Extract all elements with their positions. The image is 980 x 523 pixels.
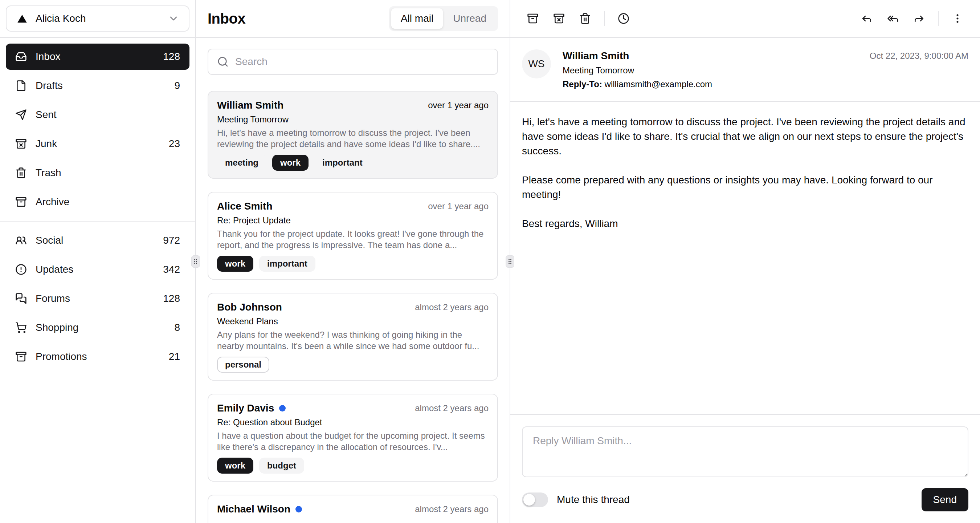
- account-switcher-row: Alicia Koch: [0, 0, 195, 38]
- email-snippet: Thank you for the project update. It loo…: [217, 228, 488, 250]
- move-to-junk-button[interactable]: [546, 5, 572, 32]
- sidebar-item[interactable]: Trash: [6, 160, 189, 186]
- email-subject: Meeting Tomorrow: [217, 114, 488, 125]
- sidebar-item-count: 8: [174, 322, 180, 333]
- trash-icon: [579, 13, 591, 24]
- search-row: [196, 38, 510, 75]
- mail-reply-to: Reply-To: williamsmith@example.com: [563, 79, 712, 89]
- reply-button[interactable]: [854, 5, 880, 32]
- email-list-item[interactable]: Emily Davis almost 2 years ago Re: Quest…: [208, 394, 498, 482]
- toolbar-separator: [604, 11, 605, 26]
- send-icon: [15, 109, 27, 121]
- sidebar-item-count: 972: [163, 234, 180, 246]
- avatar: WS: [522, 49, 551, 78]
- more-options-button[interactable]: [945, 5, 970, 32]
- email-list-item[interactable]: Bob Johnson almost 2 years ago Weekend P…: [208, 293, 498, 381]
- sidebar-item[interactable]: Updates 342: [6, 257, 189, 282]
- sidebar-item[interactable]: Inbox 128: [6, 43, 189, 70]
- label-badge: work: [217, 458, 253, 474]
- email-subject: Weekend Plans: [217, 316, 488, 327]
- sidebar-item-count: 21: [169, 351, 180, 362]
- messages-square-icon: [15, 293, 27, 305]
- forward-button[interactable]: [906, 5, 932, 32]
- mail-meta-header: WS William Smith Meeting Tomorrow Reply-…: [510, 38, 980, 102]
- email-date: almost 2 years ago: [415, 301, 488, 313]
- mute-thread-toggle[interactable]: [522, 493, 548, 507]
- mail-toolbar: [510, 0, 980, 38]
- archive-button[interactable]: [520, 5, 546, 32]
- reply-textarea[interactable]: [522, 426, 968, 477]
- tab[interactable]: All mail: [391, 8, 443, 29]
- email-subject: Re: Question about Budget: [217, 417, 488, 428]
- sidebar-item-label: Shopping: [35, 322, 78, 333]
- sidebar-item-count: 342: [163, 264, 180, 275]
- email-list-item[interactable]: William Smith over 1 year ago Meeting To…: [208, 91, 498, 179]
- sidebar-item[interactable]: Shopping 8: [6, 314, 189, 341]
- label-badge: work: [217, 256, 253, 272]
- mute-thread-label: Mute this thread: [557, 494, 630, 505]
- account-name: Alicia Koch: [35, 13, 86, 24]
- email-list-item[interactable]: Alice Smith over 1 year ago Re: Project …: [208, 192, 498, 280]
- email-sender: William Smith: [217, 99, 283, 112]
- toggle-thumb: [523, 494, 535, 505]
- sidebar-item[interactable]: Archive: [6, 189, 189, 215]
- sidebar-item-label: Junk: [35, 138, 57, 150]
- email-sender: Michael Wilson: [217, 503, 290, 516]
- move-to-trash-button[interactable]: [572, 5, 598, 32]
- sidebar-item[interactable]: Junk 23: [6, 131, 189, 157]
- email-badges: work budget: [217, 458, 488, 474]
- grip-vertical-icon: [506, 258, 514, 265]
- page-title: Inbox: [208, 11, 245, 27]
- mail-app: Alicia Koch Inbox 128 Drafts 9: [0, 0, 980, 523]
- label-badge: meeting: [217, 155, 266, 171]
- tab[interactable]: Unread: [444, 8, 496, 29]
- sidebar-item[interactable]: Social 972: [6, 227, 189, 254]
- email-top-row: William Smith over 1 year ago: [217, 99, 488, 112]
- email-date: almost 2 years ago: [415, 503, 488, 515]
- archive-x-icon: [15, 138, 27, 150]
- sidebar-item-label: Archive: [35, 196, 69, 208]
- mail-sender-name: William Smith: [563, 50, 712, 62]
- sidebar-nav-secondary: Social 972 Updates 342 Forums 128: [0, 222, 195, 376]
- label-badge: important: [259, 256, 315, 272]
- label-badge: personal: [217, 357, 269, 373]
- email-sender: Emily Davis: [217, 402, 274, 415]
- email-snippet: Any plans for the weekend? I was thinkin…: [217, 329, 488, 352]
- email-top-row: Michael Wilson almost 2 years ago: [217, 503, 488, 516]
- panel-resize-handle[interactable]: [191, 255, 200, 268]
- send-button[interactable]: Send: [921, 488, 968, 511]
- sidebar-item[interactable]: Forums 128: [6, 285, 189, 312]
- archive-x-icon: [553, 13, 565, 24]
- email-date: over 1 year ago: [428, 201, 488, 212]
- account-switcher[interactable]: Alicia Koch: [6, 5, 189, 32]
- sidebar-item-label: Inbox: [35, 51, 60, 62]
- email-sender: Alice Smith: [217, 200, 272, 213]
- archive-icon: [15, 196, 27, 208]
- email-date: over 1 year ago: [428, 99, 488, 111]
- sidebar-item[interactable]: Sent: [6, 102, 189, 128]
- shopping-cart-icon: [15, 322, 27, 333]
- trash-icon: [15, 167, 27, 179]
- reply-all-button[interactable]: [880, 5, 906, 32]
- label-badge: budget: [259, 458, 304, 474]
- panel-resize-handle[interactable]: [506, 255, 514, 268]
- users-icon: [15, 234, 27, 246]
- sidebar: Alicia Koch Inbox 128 Drafts 9: [0, 0, 196, 523]
- email-top-row: Alice Smith over 1 year ago: [217, 200, 488, 213]
- snooze-button[interactable]: [611, 5, 636, 32]
- sidebar-nav-main: Inbox 128 Drafts 9 Sent Junk: [0, 38, 195, 221]
- sidebar-item-label: Updates: [35, 264, 73, 275]
- forward-icon: [913, 13, 925, 24]
- sidebar-item[interactable]: Promotions 21: [6, 344, 189, 370]
- unread-dot: [296, 506, 302, 512]
- search-input[interactable]: [235, 56, 488, 67]
- email-list-item[interactable]: Michael Wilson almost 2 years ago: [208, 495, 498, 523]
- clock-icon: [618, 13, 629, 24]
- archive-icon: [15, 351, 27, 362]
- email-badges: meeting work important: [217, 155, 488, 171]
- reply-to-email: williamsmith@example.com: [605, 79, 712, 89]
- email-list-panel: Inbox All mail Unread William Smith: [196, 0, 510, 523]
- sidebar-item[interactable]: Drafts 9: [6, 73, 189, 99]
- sidebar-item-label: Promotions: [35, 351, 87, 362]
- sidebar-item-label: Drafts: [35, 80, 63, 91]
